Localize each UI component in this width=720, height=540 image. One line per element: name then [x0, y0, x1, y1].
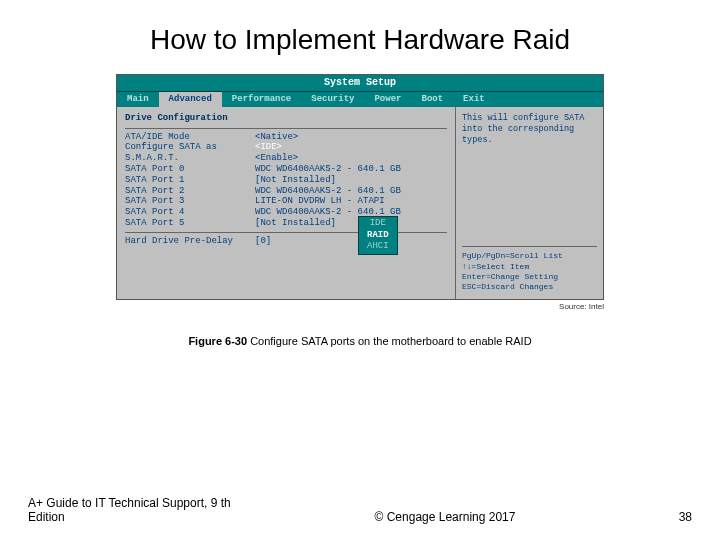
bios-row: SATA Port 5[Not Installed] — [125, 218, 447, 229]
row-value: [0] — [255, 236, 447, 247]
bios-tab-main: Main — [117, 92, 159, 107]
bios-section-title: Drive Configuration — [125, 113, 447, 124]
bios-row: SATA Port 0WDC WD6400AAKS-2 - 640.1 GB — [125, 164, 447, 175]
row-label: SATA Port 5 — [125, 218, 255, 229]
figure-caption: Figure 6-30 Configure SATA ports on the … — [0, 335, 720, 347]
row-value: WDC WD6400AAKS-2 - 640.1 GB — [255, 186, 447, 197]
dropdown-option-selected: RAID — [367, 230, 389, 242]
footer-book-title: A+ Guide to IT Technical Support, 9 th E… — [28, 496, 258, 524]
row-value: WDC WD6400AAKS-2 - 640.1 GB — [255, 207, 447, 218]
bios-tab-power: Power — [364, 92, 411, 107]
row-label: Hard Drive Pre-Delay — [125, 236, 255, 247]
row-value: <Native> — [255, 132, 447, 143]
caption-figure-number: Figure 6-30 — [188, 335, 247, 347]
source-credit: Source: Intel — [116, 302, 604, 311]
row-value: <IDE> — [255, 142, 447, 153]
slide-title: How to Implement Hardware Raid — [0, 0, 720, 74]
row-value: LITE-ON DVDRW LH - ATAPI — [255, 196, 447, 207]
row-value: [Not Installed] — [255, 218, 447, 229]
key-hint: PgUp/PgDn=Scroll List — [462, 251, 597, 261]
key-hint: Enter=Change Setting — [462, 272, 597, 282]
row-label: S.M.A.R.T. — [125, 153, 255, 164]
key-hint: ESC=Discard Changes — [462, 282, 597, 292]
dropdown-option: IDE — [367, 218, 389, 230]
row-label: SATA Port 0 — [125, 164, 255, 175]
row-label: SATA Port 4 — [125, 207, 255, 218]
row-label: SATA Port 3 — [125, 196, 255, 207]
bios-tab-boot: Boot — [411, 92, 453, 107]
key-hint: ↑↓=Select Item — [462, 262, 597, 272]
dropdown-option: AHCI — [367, 241, 389, 253]
bios-header: System Setup — [117, 75, 603, 92]
bios-row-predelay: Hard Drive Pre-Delay [0] — [125, 236, 447, 247]
bios-row: Configure SATA as<IDE> — [125, 142, 447, 153]
row-label: SATA Port 1 — [125, 175, 255, 186]
sata-mode-dropdown: IDE RAID AHCI — [358, 216, 398, 255]
bios-tab-security: Security — [301, 92, 364, 107]
caption-text: Configure SATA ports on the motherboard … — [247, 335, 532, 347]
bios-tab-exit: Exit — [453, 92, 495, 107]
row-value: [Not Installed] — [255, 175, 447, 186]
slide-footer: A+ Guide to IT Technical Support, 9 th E… — [0, 496, 720, 524]
bios-row: ATA/IDE Mode<Native> — [125, 132, 447, 143]
bios-key-legend: PgUp/PgDn=Scroll List ↑↓=Select Item Ent… — [462, 246, 597, 293]
footer-page-number: 38 — [632, 510, 692, 524]
bios-row: SATA Port 3LITE-ON DVDRW LH - ATAPI — [125, 196, 447, 207]
bios-screenshot: System Setup Main Advanced Performance S… — [116, 74, 604, 300]
bios-row: S.M.A.R.T.<Enable> — [125, 153, 447, 164]
bios-row: SATA Port 1[Not Installed] — [125, 175, 447, 186]
bios-main-panel: Drive Configuration ATA/IDE Mode<Native>… — [117, 107, 455, 299]
bios-window: System Setup Main Advanced Performance S… — [116, 74, 604, 300]
divider — [125, 128, 447, 129]
row-label: Configure SATA as — [125, 142, 255, 153]
bios-row: SATA Port 2WDC WD6400AAKS-2 - 640.1 GB — [125, 186, 447, 197]
bios-row: SATA Port 4WDC WD6400AAKS-2 - 640.1 GB — [125, 207, 447, 218]
row-label: SATA Port 2 — [125, 186, 255, 197]
bios-tab-advanced: Advanced — [159, 92, 222, 107]
row-value: <Enable> — [255, 153, 447, 164]
row-label: ATA/IDE Mode — [125, 132, 255, 143]
bios-side-panel: This will configure SATA into the corres… — [455, 107, 603, 299]
divider — [125, 232, 447, 233]
bios-tab-performance: Performance — [222, 92, 301, 107]
row-value: WDC WD6400AAKS-2 - 640.1 GB — [255, 164, 447, 175]
footer-copyright: © Cengage Learning 2017 — [258, 510, 632, 524]
bios-help-text: This will configure SATA into the corres… — [462, 113, 597, 146]
bios-tab-bar: Main Advanced Performance Security Power… — [117, 92, 603, 107]
bios-body: Drive Configuration ATA/IDE Mode<Native>… — [117, 107, 603, 299]
